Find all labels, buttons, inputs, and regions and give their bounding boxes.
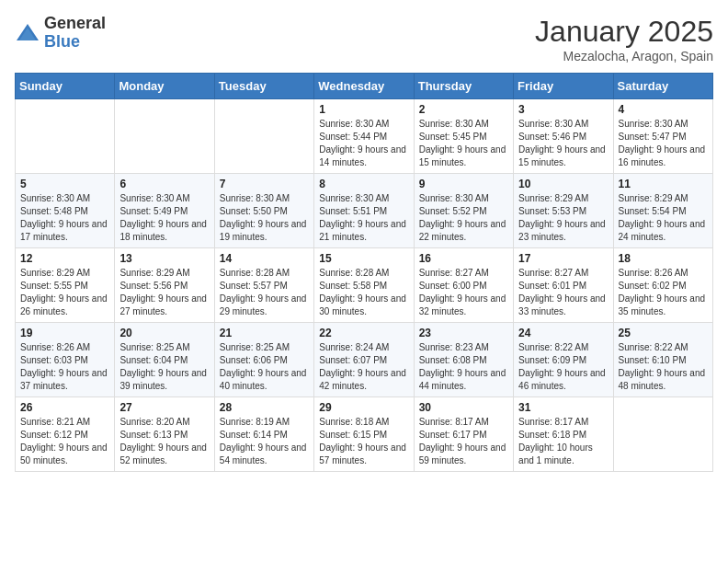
- day-cell: 10Sunrise: 8:29 AM Sunset: 5:53 PM Dayli…: [514, 174, 613, 248]
- day-info: Sunrise: 8:30 AM Sunset: 5:44 PM Dayligh…: [319, 118, 408, 169]
- day-cell: 22Sunrise: 8:24 AM Sunset: 6:07 PM Dayli…: [314, 323, 414, 397]
- day-number: 22: [319, 327, 408, 339]
- day-info: Sunrise: 8:20 AM Sunset: 6:13 PM Dayligh…: [119, 416, 209, 467]
- header-cell-monday: Monday: [115, 74, 214, 99]
- day-number: 16: [419, 252, 508, 265]
- logo-blue: Blue: [44, 32, 80, 51]
- day-number: 28: [220, 401, 309, 414]
- day-info: Sunrise: 8:25 AM Sunset: 6:06 PM Dayligh…: [220, 341, 309, 393]
- day-cell: 14Sunrise: 8:28 AM Sunset: 5:57 PM Dayli…: [214, 248, 313, 323]
- page-header: General Blue January 2025 Mezalocha, Ara…: [15, 15, 713, 63]
- day-cell: 4Sunrise: 8:30 AM Sunset: 5:47 PM Daylig…: [613, 99, 712, 174]
- day-number: 14: [220, 252, 309, 265]
- day-number: 21: [220, 327, 309, 339]
- day-number: 9: [419, 178, 508, 190]
- day-info: Sunrise: 8:22 AM Sunset: 6:09 PM Dayligh…: [518, 341, 608, 393]
- day-cell: 11Sunrise: 8:29 AM Sunset: 5:54 PM Dayli…: [613, 174, 712, 248]
- day-number: 13: [119, 252, 209, 265]
- day-info: Sunrise: 8:26 AM Sunset: 6:02 PM Dayligh…: [619, 267, 708, 318]
- day-number: 7: [220, 178, 309, 190]
- day-number: 23: [419, 327, 508, 339]
- day-number: 30: [419, 401, 508, 414]
- day-cell: 30Sunrise: 8:17 AM Sunset: 6:17 PM Dayli…: [414, 397, 513, 472]
- day-info: Sunrise: 8:30 AM Sunset: 5:46 PM Dayligh…: [518, 118, 608, 169]
- day-cell: 9Sunrise: 8:30 AM Sunset: 5:52 PM Daylig…: [414, 174, 513, 248]
- day-number: 17: [518, 252, 608, 265]
- day-info: Sunrise: 8:30 AM Sunset: 5:50 PM Dayligh…: [220, 192, 309, 244]
- header-cell-wednesday: Wednesday: [314, 74, 414, 99]
- day-number: 31: [518, 401, 608, 414]
- day-info: Sunrise: 8:25 AM Sunset: 6:04 PM Dayligh…: [119, 341, 209, 393]
- day-info: Sunrise: 8:28 AM Sunset: 5:58 PM Dayligh…: [319, 267, 408, 318]
- day-cell: 2Sunrise: 8:30 AM Sunset: 5:45 PM Daylig…: [414, 99, 513, 174]
- day-number: 27: [119, 401, 209, 414]
- day-number: 6: [119, 178, 209, 190]
- day-cell: 6Sunrise: 8:30 AM Sunset: 5:49 PM Daylig…: [115, 174, 214, 248]
- day-cell: [16, 99, 115, 174]
- header-cell-friday: Friday: [514, 74, 613, 99]
- day-cell: 27Sunrise: 8:20 AM Sunset: 6:13 PM Dayli…: [115, 397, 214, 472]
- day-info: Sunrise: 8:30 AM Sunset: 5:45 PM Dayligh…: [419, 118, 508, 169]
- day-cell: 21Sunrise: 8:25 AM Sunset: 6:06 PM Dayli…: [214, 323, 313, 397]
- logo-text: General Blue: [44, 15, 106, 52]
- day-number: 1: [319, 103, 408, 116]
- day-number: 11: [619, 178, 708, 190]
- day-number: 26: [20, 401, 109, 414]
- day-info: Sunrise: 8:30 AM Sunset: 5:51 PM Dayligh…: [319, 192, 408, 244]
- month-title: January 2025: [535, 15, 713, 49]
- day-info: Sunrise: 8:30 AM Sunset: 5:47 PM Dayligh…: [619, 118, 708, 169]
- day-info: Sunrise: 8:17 AM Sunset: 6:17 PM Dayligh…: [419, 416, 508, 467]
- day-number: 3: [518, 103, 608, 116]
- day-cell: 31Sunrise: 8:17 AM Sunset: 6:18 PM Dayli…: [514, 397, 613, 472]
- logo-icon: [15, 20, 40, 46]
- day-cell: 7Sunrise: 8:30 AM Sunset: 5:50 PM Daylig…: [214, 174, 313, 248]
- day-cell: 17Sunrise: 8:27 AM Sunset: 6:01 PM Dayli…: [514, 248, 613, 323]
- title-block: January 2025 Mezalocha, Aragon, Spain: [535, 15, 713, 63]
- day-cell: [214, 99, 313, 174]
- day-cell: 28Sunrise: 8:19 AM Sunset: 6:14 PM Dayli…: [214, 397, 313, 472]
- day-number: 10: [518, 178, 608, 190]
- day-cell: 3Sunrise: 8:30 AM Sunset: 5:46 PM Daylig…: [514, 99, 613, 174]
- day-info: Sunrise: 8:21 AM Sunset: 6:12 PM Dayligh…: [20, 416, 109, 467]
- day-info: Sunrise: 8:26 AM Sunset: 6:03 PM Dayligh…: [20, 341, 109, 393]
- week-row-4: 19Sunrise: 8:26 AM Sunset: 6:03 PM Dayli…: [16, 323, 713, 397]
- day-number: 8: [319, 178, 408, 190]
- day-info: Sunrise: 8:30 AM Sunset: 5:52 PM Dayligh…: [419, 192, 508, 244]
- day-cell: 1Sunrise: 8:30 AM Sunset: 5:44 PM Daylig…: [314, 99, 414, 174]
- header-cell-sunday: Sunday: [16, 74, 115, 99]
- day-cell: 12Sunrise: 8:29 AM Sunset: 5:55 PM Dayli…: [16, 248, 115, 323]
- day-number: 29: [319, 401, 408, 414]
- header-cell-saturday: Saturday: [613, 74, 712, 99]
- day-number: 15: [319, 252, 408, 265]
- calendar-body: 1Sunrise: 8:30 AM Sunset: 5:44 PM Daylig…: [16, 99, 713, 472]
- header-row: SundayMondayTuesdayWednesdayThursdayFrid…: [16, 74, 713, 99]
- header-cell-thursday: Thursday: [414, 74, 513, 99]
- day-cell: 16Sunrise: 8:27 AM Sunset: 6:00 PM Dayli…: [414, 248, 513, 323]
- day-info: Sunrise: 8:27 AM Sunset: 6:01 PM Dayligh…: [518, 267, 608, 318]
- day-cell: 5Sunrise: 8:30 AM Sunset: 5:48 PM Daylig…: [16, 174, 115, 248]
- day-cell: 25Sunrise: 8:22 AM Sunset: 6:10 PM Dayli…: [613, 323, 712, 397]
- week-row-3: 12Sunrise: 8:29 AM Sunset: 5:55 PM Dayli…: [16, 248, 713, 323]
- week-row-1: 1Sunrise: 8:30 AM Sunset: 5:44 PM Daylig…: [16, 99, 713, 174]
- day-info: Sunrise: 8:23 AM Sunset: 6:08 PM Dayligh…: [419, 341, 508, 393]
- day-cell: 13Sunrise: 8:29 AM Sunset: 5:56 PM Dayli…: [115, 248, 214, 323]
- location: Mezalocha, Aragon, Spain: [535, 49, 713, 63]
- day-cell: 29Sunrise: 8:18 AM Sunset: 6:15 PM Dayli…: [314, 397, 414, 472]
- day-info: Sunrise: 8:30 AM Sunset: 5:48 PM Dayligh…: [20, 192, 109, 244]
- day-number: 19: [20, 327, 109, 339]
- day-info: Sunrise: 8:29 AM Sunset: 5:53 PM Dayligh…: [518, 192, 608, 244]
- day-cell: 26Sunrise: 8:21 AM Sunset: 6:12 PM Dayli…: [16, 397, 115, 472]
- day-info: Sunrise: 8:22 AM Sunset: 6:10 PM Dayligh…: [619, 341, 708, 393]
- day-number: 12: [20, 252, 109, 265]
- day-info: Sunrise: 8:24 AM Sunset: 6:07 PM Dayligh…: [319, 341, 408, 393]
- calendar-header: SundayMondayTuesdayWednesdayThursdayFrid…: [16, 74, 713, 99]
- day-cell: 18Sunrise: 8:26 AM Sunset: 6:02 PM Dayli…: [613, 248, 712, 323]
- day-cell: [613, 397, 712, 472]
- logo: General Blue: [15, 15, 106, 52]
- day-info: Sunrise: 8:19 AM Sunset: 6:14 PM Dayligh…: [220, 416, 309, 467]
- day-cell: 8Sunrise: 8:30 AM Sunset: 5:51 PM Daylig…: [314, 174, 414, 248]
- day-info: Sunrise: 8:29 AM Sunset: 5:55 PM Dayligh…: [20, 267, 109, 318]
- day-number: 4: [619, 103, 708, 116]
- day-number: 20: [119, 327, 209, 339]
- day-number: 24: [518, 327, 608, 339]
